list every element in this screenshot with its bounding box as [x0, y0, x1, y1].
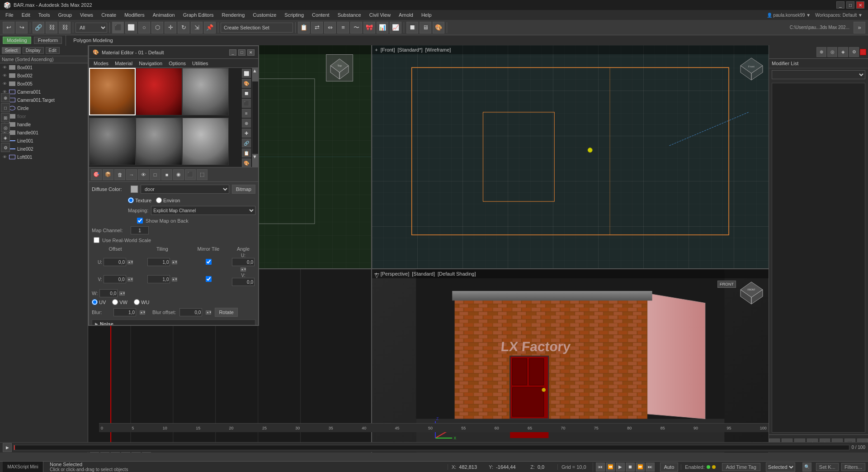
v-offset-input[interactable] [104, 275, 126, 283]
bitmap-btn[interactable]: Bitmap [232, 185, 255, 194]
mat-material-menu[interactable]: Material [112, 60, 135, 67]
visibility-icon[interactable]: 👁 [2, 81, 7, 86]
list-item[interactable]: 👁 Line001 [0, 137, 88, 145]
display-tab[interactable]: Display [23, 47, 44, 54]
move-btn[interactable]: ✛ [165, 22, 176, 33]
mat-sample-med[interactable] [136, 118, 182, 165]
mat-icon3[interactable]: 🔲 [242, 89, 251, 98]
u-tiling-input[interactable] [147, 258, 170, 266]
uv-radio[interactable] [92, 299, 98, 305]
visibility-icon[interactable]: 👁 [2, 65, 7, 70]
menu-civil-view[interactable]: Civil View [366, 11, 394, 19]
list-item[interactable]: 👁 handle [0, 120, 88, 129]
mat-icon7[interactable]: ✚ [242, 129, 251, 138]
wu-radio-label[interactable]: WU [134, 299, 149, 305]
mat-delete-btn[interactable]: 🗑 [114, 169, 125, 180]
vw-radio-label[interactable]: VW [112, 299, 127, 305]
list-item[interactable]: 👁 Line002 [0, 145, 88, 153]
map-channel-input[interactable] [131, 226, 149, 234]
expand-btn[interactable]: » [854, 22, 865, 33]
texture-radio-label[interactable]: Texture [128, 197, 151, 203]
mat-samples-scrollbar[interactable]: ▲ ▼ [252, 68, 258, 167]
menu-scripting[interactable]: Scripting [281, 11, 307, 19]
mat-close[interactable]: ✕ [247, 49, 255, 56]
unlink-btn[interactable]: ⛓ [46, 22, 57, 33]
layer-btn[interactable]: ≡ [337, 22, 349, 33]
rotate-btn[interactable]: Rotate [215, 308, 237, 317]
bind-btn[interactable]: ⛓ [59, 22, 71, 33]
mat-show-btn[interactable]: 👁 [138, 169, 149, 180]
vw-radio[interactable] [112, 299, 118, 305]
mat-sample-dark1[interactable] [89, 118, 136, 165]
diffuse-color-picker[interactable] [131, 186, 138, 193]
object-tool[interactable]: □ [1, 103, 10, 112]
utility-btn[interactable]: ⚙ [849, 47, 859, 57]
link-btn[interactable]: 🔗 [33, 22, 44, 33]
undo-btn[interactable]: ↩ [3, 22, 14, 33]
u-offset-input[interactable] [104, 258, 126, 266]
go-start-status-btn[interactable]: ⏮ [596, 462, 605, 472]
select-region-btn[interactable]: ⬜ [125, 22, 137, 33]
mat-pick-btn[interactable]: 🎯 [91, 169, 102, 180]
menu-file[interactable]: File [2, 11, 17, 19]
menu-rendering[interactable]: Rendering [218, 11, 249, 19]
blur-offset-spin[interactable]: ▲▼ [206, 310, 211, 315]
w-angle-spin[interactable]: ▲▼ [119, 291, 125, 296]
texture-radio[interactable] [128, 197, 134, 203]
mat-editor-btn[interactable]: 🎨 [433, 22, 444, 33]
ribbon-btn[interactable]: 🎀 [363, 22, 375, 33]
minimize-btn[interactable]: _ [836, 1, 844, 9]
add-time-tag-btn[interactable]: Add Time Tag [722, 463, 760, 471]
visibility-icon[interactable]: 👁 [2, 73, 7, 78]
list-item[interactable]: 👁 Box001 [0, 63, 88, 72]
perspective-expand[interactable]: ▽ [374, 272, 379, 279]
list-item[interactable]: 👁 Box002 [0, 72, 88, 80]
list-item[interactable]: 👁 Circle [0, 104, 88, 112]
hierarchy-tool[interactable]: ⊞ [1, 113, 10, 122]
select-filter[interactable]: All [75, 23, 107, 33]
mat-sample-red[interactable] [136, 68, 182, 115]
u-angle-input[interactable] [232, 258, 255, 266]
menu-animation[interactable]: Animation [149, 11, 179, 19]
mat-icon8[interactable]: 🔗 [242, 138, 251, 148]
u-mirror-checkbox[interactable] [206, 259, 212, 265]
menu-tools[interactable]: Tools [35, 11, 54, 19]
mat-scene-btn[interactable]: 📦 [103, 169, 113, 180]
set-k-btn[interactable]: Set K... [816, 463, 839, 471]
mirror-btn[interactable]: ⇄ [311, 22, 323, 33]
u-tiling-spin[interactable]: ▲▼ [172, 260, 177, 264]
stop-status-btn[interactable]: ⏹ [626, 462, 635, 472]
select-btn[interactable]: ⬛ [112, 22, 124, 33]
redo-btn[interactable]: ↪ [16, 22, 28, 33]
v-tiling-spin[interactable]: ▲▼ [172, 277, 177, 281]
mat-sample-light[interactable] [182, 118, 229, 165]
scale-btn[interactable]: ⇲ [191, 22, 203, 33]
render-btn[interactable]: 🔲 [406, 22, 418, 33]
mat-icon4[interactable]: ⬛ [242, 99, 251, 108]
v-offset-spin[interactable]: ▲▼ [127, 277, 133, 281]
graph-btn[interactable]: 📊 [377, 22, 388, 33]
scrollbar-thumb-down[interactable]: ▼ [252, 154, 258, 167]
maximize-btn[interactable]: □ [846, 1, 854, 9]
menu-customize[interactable]: Customize [249, 11, 280, 19]
mat-type-btn[interactable]: ■ [161, 169, 172, 180]
prev-frame-status-btn[interactable]: ⏪ [606, 462, 615, 472]
search-btn[interactable]: 🔍 [802, 462, 811, 472]
mapping-dropdown[interactable]: Explicit Map Channel [151, 206, 255, 215]
named-selection-btn[interactable]: 📋 [298, 22, 310, 33]
display-tool[interactable]: ◈ [1, 133, 10, 142]
modifier-dropdown[interactable] [772, 70, 865, 79]
play-status-btn[interactable]: ▶ [616, 462, 625, 472]
modeling-tab[interactable]: Modeling [3, 37, 31, 44]
mat-utilities-menu[interactable]: Utilities [189, 60, 211, 67]
list-item[interactable]: 👁 floor [0, 112, 88, 120]
menu-group[interactable]: Group [54, 11, 75, 19]
menu-create[interactable]: Create [98, 11, 120, 19]
blur-input[interactable] [113, 308, 136, 316]
environ-radio[interactable] [156, 197, 162, 203]
align-btn[interactable]: ⇔ [324, 22, 336, 33]
v-tiling-input[interactable] [147, 275, 170, 283]
mat-options-menu[interactable]: Options [166, 60, 189, 67]
menu-modifiers[interactable]: Modifiers [121, 11, 148, 19]
place-btn[interactable]: 📌 [204, 22, 216, 33]
